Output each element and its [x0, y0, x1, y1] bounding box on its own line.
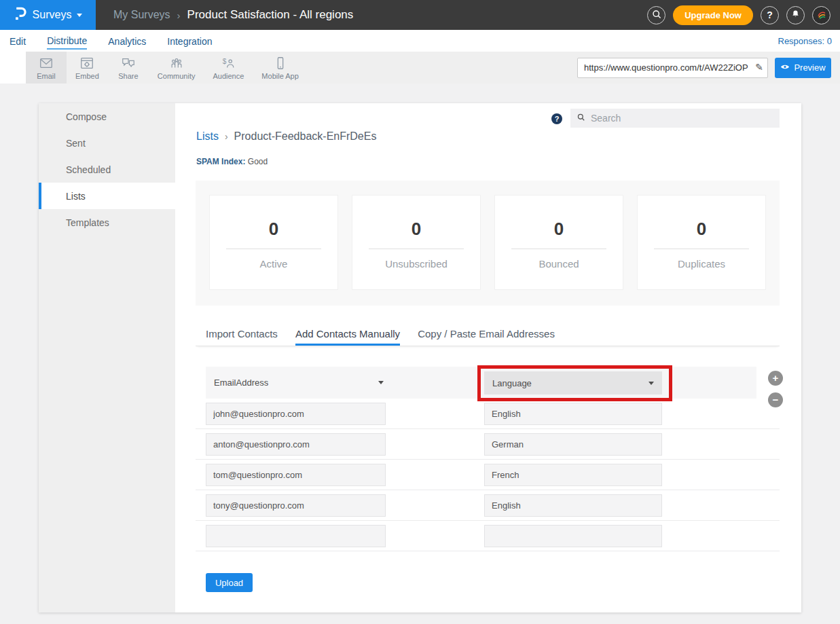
tab-add-contacts-manually[interactable]: Add Contacts Manually	[295, 328, 400, 346]
email-field[interactable]	[206, 525, 386, 547]
edit-pencil-icon[interactable]: ✎	[755, 62, 763, 73]
survey-title: Product Satisfaction - All regions	[187, 8, 354, 22]
top-header: Surveys My Surveys › Product Satisfactio…	[0, 0, 840, 30]
toolbar-item-share[interactable]: Share	[108, 52, 149, 84]
header-actions: Upgrade Now ?	[647, 5, 840, 25]
contact-row	[196, 490, 780, 521]
language-field[interactable]	[484, 525, 662, 547]
email-column-dropdown[interactable]: EmailAddress	[214, 378, 384, 388]
stat-card-active: 0 Active	[209, 195, 338, 290]
email-field[interactable]	[206, 464, 386, 486]
sidebar-item-templates[interactable]: Templates	[39, 209, 175, 236]
toolbar-item-label: Email	[37, 72, 56, 80]
chevron-down-icon	[649, 382, 654, 385]
dropdown-value: Language	[492, 378, 532, 388]
contact-rows	[196, 399, 780, 551]
toolbar-item-embed[interactable]: Embed	[67, 52, 108, 84]
language-field[interactable]	[484, 433, 662, 456]
share-icon	[120, 56, 136, 71]
email-sidebar: Compose Sent Scheduled Lists Templates	[39, 103, 175, 612]
mobile-icon	[272, 56, 289, 71]
header-breadcrumb: My Surveys › Product Satisfaction - All …	[113, 8, 353, 22]
list-breadcrumb: Lists › Product-Feedback-EnFrDeEs	[196, 130, 376, 143]
stat-value: 0	[210, 219, 337, 240]
tab-analytics[interactable]: Analytics	[108, 33, 146, 49]
divider	[654, 249, 749, 249]
search-icon	[577, 112, 585, 124]
divider	[226, 249, 321, 249]
language-field[interactable]	[484, 464, 662, 486]
breadcrumb-my-surveys[interactable]: My Surveys	[113, 9, 170, 21]
notifications-button[interactable]	[786, 6, 805, 24]
search-button[interactable]	[647, 6, 665, 24]
language-column-dropdown[interactable]: Language	[484, 371, 662, 394]
stat-card-bounced: 0 Bounced	[494, 195, 623, 290]
stat-value: 0	[638, 219, 765, 240]
toolbar-strip: Email Embed Share Community	[26, 52, 840, 84]
breadcrumb-lists-link[interactable]: Lists	[196, 130, 219, 143]
breadcrumb-separator: ›	[225, 131, 228, 142]
upgrade-now-button[interactable]: Upgrade Now	[673, 5, 753, 25]
survey-url-container: ✎	[577, 58, 768, 78]
contact-row	[196, 399, 780, 429]
eye-icon	[780, 62, 790, 73]
toolbar-item-community[interactable]: Community	[149, 52, 204, 84]
list-search	[570, 109, 780, 128]
add-row-button[interactable]: +	[768, 371, 783, 386]
bell-icon	[790, 9, 801, 21]
tab-edit[interactable]: Edit	[10, 33, 26, 49]
email-field[interactable]	[206, 433, 386, 456]
tab-integration[interactable]: Integration	[167, 33, 212, 49]
toolbar-item-audience[interactable]: $ Audience	[204, 52, 253, 84]
embed-icon	[79, 56, 95, 71]
questionpro-logo-icon	[14, 5, 27, 24]
email-field[interactable]	[206, 403, 386, 425]
toolbar-item-email[interactable]: Email	[26, 52, 67, 84]
language-field[interactable]	[484, 403, 662, 425]
distribute-toolbar: Email Embed Share Community	[0, 52, 840, 84]
svg-text:$: $	[223, 58, 227, 65]
tab-import-contacts[interactable]: Import Contacts	[206, 328, 278, 346]
toolbar-item-label: Community	[158, 72, 196, 80]
column-mapping-row: EmailAddress Language	[206, 367, 756, 399]
sidebar-item-lists[interactable]: Lists	[39, 183, 175, 209]
breadcrumb-current-list: Product-Feedback-EnFrDeEs	[234, 130, 377, 143]
remove-row-button[interactable]: −	[768, 392, 783, 407]
sidebar-item-compose[interactable]: Compose	[39, 103, 175, 130]
spam-index-label: SPAM Index:	[196, 157, 245, 166]
email-field[interactable]	[206, 494, 386, 517]
avatar[interactable]	[812, 6, 830, 24]
stat-label: Unsubscribed	[352, 258, 480, 270]
survey-url-input[interactable]	[577, 58, 768, 78]
contact-row	[196, 460, 780, 490]
divider	[369, 249, 464, 249]
contact-row	[196, 521, 780, 551]
divider	[511, 249, 606, 249]
product-label: Surveys	[33, 9, 72, 21]
language-field[interactable]	[484, 494, 662, 517]
help-hint-icon[interactable]: ?	[551, 113, 562, 124]
contact-row	[196, 429, 780, 460]
product-switcher[interactable]: Surveys	[0, 0, 96, 30]
search-icon	[651, 9, 662, 22]
toolbar-item-label: Embed	[75, 72, 99, 80]
help-button[interactable]: ?	[761, 6, 779, 24]
sidebar-item-scheduled[interactable]: Scheduled	[39, 156, 175, 183]
preview-button[interactable]: Preview	[775, 58, 831, 78]
stat-card-unsubscribed: 0 Unsubscribed	[352, 195, 481, 290]
preview-label: Preview	[794, 62, 825, 73]
tab-copy-paste-email-addresses[interactable]: Copy / Paste Email Addresses	[418, 328, 555, 346]
stat-label: Duplicates	[638, 258, 765, 270]
survey-nav: Edit Distribute Analytics Integration Re…	[0, 30, 840, 52]
chevron-down-icon	[378, 381, 384, 384]
search-input[interactable]	[591, 113, 773, 124]
stat-value: 0	[352, 219, 480, 240]
tab-distribute[interactable]: Distribute	[47, 32, 87, 50]
toolbar-item-mobile-app[interactable]: Mobile App	[253, 52, 307, 84]
email-lists-card: Compose Sent Scheduled Lists Templates ?…	[39, 103, 801, 612]
upload-button[interactable]: Upload	[206, 573, 253, 592]
questionpro-app: Surveys My Surveys › Product Satisfactio…	[0, 0, 840, 624]
spam-index: SPAM Index: Good	[196, 157, 268, 166]
sidebar-item-sent[interactable]: Sent	[39, 130, 175, 156]
stat-value: 0	[495, 219, 623, 240]
